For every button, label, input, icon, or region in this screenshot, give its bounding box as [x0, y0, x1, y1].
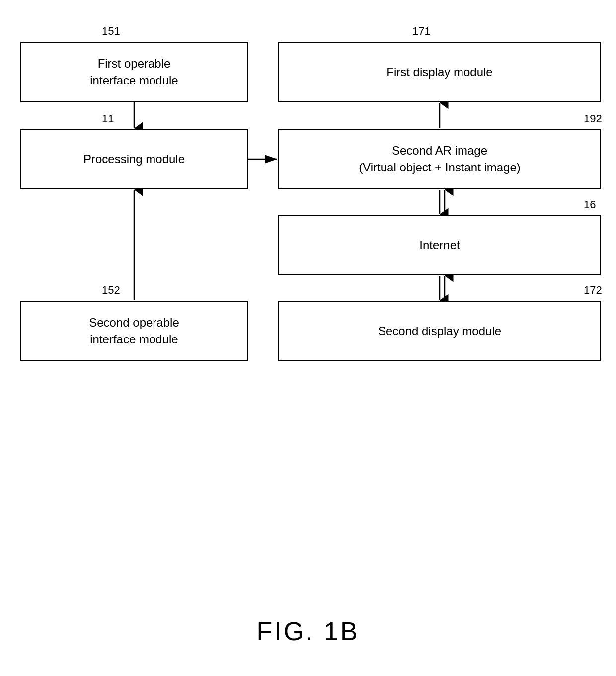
second-operable-interface-box: Second operable interface module	[20, 301, 248, 361]
first-operable-interface-box: First operable interface module	[20, 42, 248, 102]
ref-172: 172	[584, 284, 602, 297]
ref-171: 171	[412, 25, 431, 38]
ref-11: 11	[102, 112, 114, 125]
processing-module-box: Processing module	[20, 129, 248, 189]
figure-label: FIG. 1B	[256, 616, 359, 646]
ref-151: 151	[102, 25, 120, 38]
second-ar-image-box: Second AR image (Virtual object + Instan…	[278, 129, 601, 189]
diagram-container: 151 11 152 171 192 16 172 First operable…	[10, 15, 606, 388]
ref-152: 152	[102, 284, 120, 297]
internet-box: Internet	[278, 215, 601, 275]
ref-192: 192	[584, 112, 602, 125]
ref-16: 16	[584, 198, 596, 211]
second-display-module-box: Second display module	[278, 301, 601, 361]
first-display-module-box: First display module	[278, 42, 601, 102]
